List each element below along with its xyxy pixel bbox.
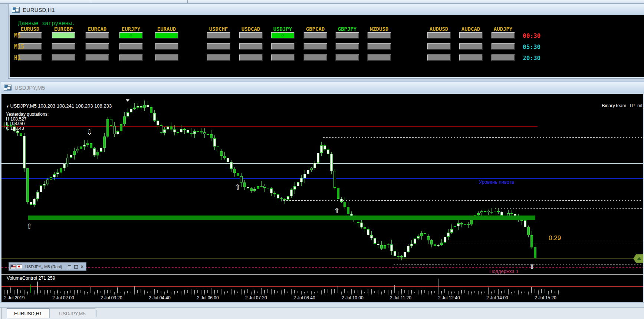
axis-tick	[515, 293, 515, 295]
chart-area[interactable]: ▼ USDJPY,M5 108.203 108.241 108.203 108.…	[1, 94, 643, 302]
signal-button-usdjpy-m15[interactable]	[271, 43, 295, 50]
signal-button-gbpjpy-m5[interactable]	[335, 32, 359, 39]
signal-button-gbpjpy-m15[interactable]	[335, 43, 359, 50]
axis-tick	[138, 293, 138, 295]
signal-button-eurgbp-m15[interactable]	[52, 43, 75, 50]
signal-button-usdchf-h1[interactable]	[207, 54, 230, 61]
axis-tick	[305, 293, 305, 295]
axis-tick	[485, 293, 485, 295]
time-axis-label: 2 Jul 11:20	[390, 295, 411, 300]
signal-button-nzdusd-m15[interactable]	[367, 43, 391, 50]
time-axis-label: 2 Jul 02:00	[52, 295, 74, 300]
axis-tick	[184, 293, 185, 295]
axis-tick	[64, 293, 65, 295]
axis-tick	[128, 293, 128, 295]
axis-tick	[448, 293, 448, 295]
axis-tick	[335, 293, 335, 295]
signal-button-audcad-m15[interactable]	[459, 43, 483, 50]
axis-tick	[548, 293, 549, 295]
signal-button-usdcad-h1[interactable]	[239, 54, 263, 61]
tab-usdjpy-m5[interactable]: USDJPY,M5	[49, 308, 95, 318]
axis-tick	[264, 293, 265, 295]
signal-button-euraud-m15[interactable]	[155, 43, 178, 50]
pair-header-usdjpy: USDJPY	[269, 26, 297, 32]
axis-tick	[502, 293, 502, 295]
signal-button-usdcad-m15[interactable]	[239, 43, 263, 50]
signal-button-nzdusd-m5[interactable]	[367, 32, 391, 39]
pair-header-eurcad: EURCAD	[83, 26, 111, 32]
axis-tick	[238, 293, 238, 295]
signal-button-audusd-m15[interactable]	[427, 43, 451, 50]
signal-button-usdchf-m5[interactable]	[207, 32, 230, 39]
time-axis-label: 2 Jul 15:20	[535, 295, 556, 300]
axis-tick	[418, 293, 418, 295]
signal-button-audcad-m5[interactable]	[459, 32, 483, 39]
axis-tick	[191, 293, 191, 295]
signal-button-eurjpy-m15[interactable]	[119, 43, 143, 50]
signal-button-nzdusd-h1[interactable]	[367, 54, 391, 61]
axis-tick	[472, 293, 472, 295]
axis-tick	[101, 293, 101, 295]
pair-header-usdchf: USDCHF	[204, 26, 233, 32]
axis-tick	[51, 293, 51, 295]
signal-button-eurcad-m15[interactable]	[85, 43, 109, 50]
axis-tick	[174, 293, 175, 295]
signal-button-eurgbp-h1[interactable]	[52, 54, 75, 61]
signal-button-gbpjpy-h1[interactable]	[335, 54, 359, 61]
axis-tick	[14, 293, 14, 295]
signal-button-gbpcad-m15[interactable]	[303, 43, 327, 50]
axis-tick	[525, 293, 525, 295]
signal-button-usdjpy-h1[interactable]	[271, 54, 295, 61]
axis-tick	[361, 293, 362, 295]
signal-button-audjpy-m5[interactable]	[491, 32, 515, 39]
axis-tick	[248, 293, 248, 295]
axis-tick	[348, 293, 348, 295]
signal-button-usdjpy-m5-gear[interactable]: ☼	[271, 32, 295, 39]
pair-header-audusd: AUDUSD	[425, 26, 453, 32]
axis-tick	[251, 293, 252, 295]
signal-button-usdcad-m5[interactable]	[239, 32, 263, 39]
signal-button-eurcad-h1[interactable]	[85, 54, 109, 61]
axis-tick	[512, 293, 512, 295]
time-axis[interactable]: 2 Jul 20192 Jul 02:002 Jul 03:202 Jul 04…	[1, 94, 643, 302]
axis-tick	[164, 293, 165, 295]
signal-button-eurjpy-m5-gear[interactable]: ☼	[119, 32, 143, 39]
axis-tick	[124, 293, 125, 295]
axis-tick	[381, 293, 382, 295]
signal-button-audjpy-h1[interactable]	[491, 54, 515, 61]
axis-tick	[375, 293, 375, 295]
signal-button-eurcad-m5[interactable]	[85, 32, 109, 39]
signal-button-audjpy-m15[interactable]	[491, 43, 515, 50]
tab-eurusd-h1[interactable]: EURUSD,H1	[7, 308, 49, 318]
signal-button-gbpcad-m5[interactable]	[303, 32, 327, 39]
signal-button-eurusd-h1[interactable]	[18, 54, 42, 61]
axis-tick	[388, 293, 388, 295]
window-titlebar[interactable]: EURUSD,H1	[9, 4, 644, 15]
axis-tick	[321, 293, 322, 295]
bottom-strip	[0, 302, 644, 308]
signal-button-euraud-m5[interactable]	[155, 32, 178, 39]
signal-button-audcad-h1[interactable]	[459, 54, 483, 61]
mdi-top-strip	[0, 0, 644, 4]
signal-button-eurgbp-m5[interactable]	[52, 32, 75, 39]
axis-tick	[231, 293, 231, 295]
signal-button-eurjpy-h1[interactable]	[119, 54, 143, 61]
signal-button-audusd-h1[interactable]	[427, 54, 451, 61]
time-axis-label: 2 Jul 07:20	[245, 295, 267, 300]
axis-tick	[395, 293, 395, 295]
signal-button-usdchf-m15[interactable]	[207, 43, 230, 50]
axis-tick	[11, 293, 11, 295]
signal-button-euraud-h1[interactable]	[155, 54, 178, 61]
time-axis-label: 2 Jul 2019	[4, 295, 24, 300]
signal-button-eurusd-m5[interactable]	[18, 32, 42, 39]
window-titlebar[interactable]: USDJPY,M5	[1, 82, 644, 93]
axis-tick	[408, 293, 408, 295]
axis-tick	[58, 293, 58, 295]
axis-tick	[341, 293, 342, 295]
axis-tick	[254, 293, 255, 295]
signal-button-audusd-m5[interactable]	[427, 32, 451, 39]
axis-tick	[465, 293, 465, 295]
window-usdjpy-m5: USDJPY,M5 ▼ USDJPY,M5 108.203 108.241 10…	[0, 82, 644, 303]
signal-button-gbpcad-h1[interactable]	[303, 54, 327, 61]
axis-tick	[131, 293, 131, 295]
